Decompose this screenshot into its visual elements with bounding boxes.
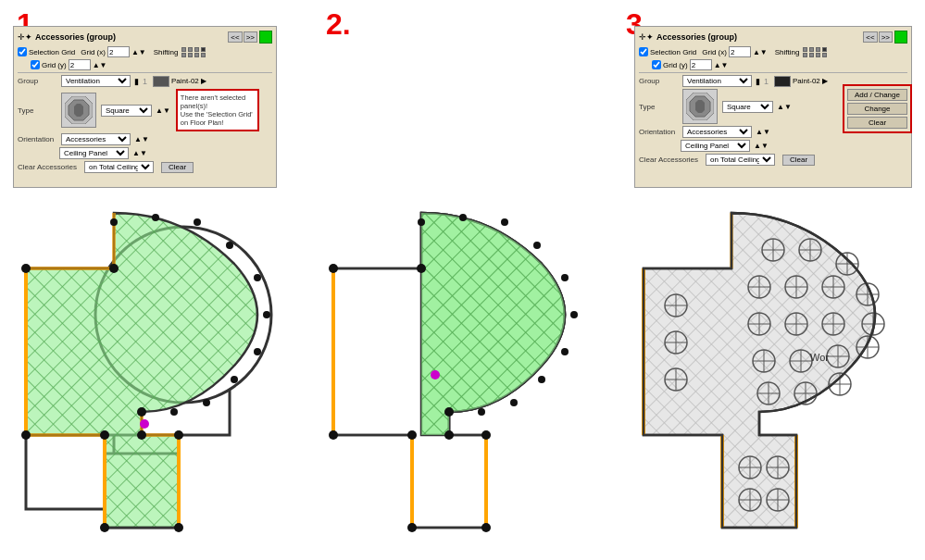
svg-marker-5 <box>695 100 705 113</box>
paint-swatch-3 <box>774 76 791 87</box>
floor-plan-3: Wor <box>625 194 907 546</box>
type-select-3[interactable]: Square <box>722 101 773 113</box>
shifting-pattern-3 <box>803 47 828 57</box>
orientation-select-1[interactable]: Accessories <box>61 133 131 145</box>
clear-label-1: Clear Accessories <box>18 163 82 171</box>
type-label-1: Type <box>18 106 59 115</box>
svg-point-50 <box>501 218 508 226</box>
panel-1-prev[interactable]: << <box>228 31 242 43</box>
ceiling-arrows-3[interactable]: ▲▼ <box>754 142 769 150</box>
svg-point-42 <box>444 407 454 417</box>
svg-point-55 <box>538 376 545 383</box>
panel-1-green-btn[interactable] <box>259 31 272 44</box>
clear-select-3[interactable]: on Total Ceiling <box>706 154 775 166</box>
grid-y-label-3: Grid (y) <box>663 61 688 69</box>
add-change-btn-3[interactable]: Add / Change <box>847 89 907 101</box>
svg-point-21 <box>100 523 109 532</box>
svg-point-28 <box>263 311 270 318</box>
svg-point-29 <box>254 348 261 355</box>
change-btn-3[interactable]: Change <box>847 103 907 115</box>
clear-select-1[interactable]: on Total Ceiling <box>84 161 154 173</box>
svg-point-54 <box>561 348 569 355</box>
panel-3-green-btn[interactable] <box>894 31 907 44</box>
svg-point-17 <box>137 407 146 417</box>
svg-point-14 <box>21 264 31 273</box>
svg-point-47 <box>407 430 417 440</box>
panel-3-sel-checkbox[interactable] <box>639 47 648 56</box>
group-label-3: Group <box>639 77 681 85</box>
clear-btn-1[interactable]: Clear <box>161 162 194 173</box>
grid-y-input-1[interactable] <box>69 59 91 70</box>
panel-1-next[interactable]: >> <box>244 31 257 43</box>
svg-point-19 <box>174 430 183 440</box>
group-select-1[interactable]: Ventilation <box>61 75 131 87</box>
grid-x-arrows-1[interactable]: ▲▼ <box>131 48 146 56</box>
grid-x-input-3[interactable] <box>729 46 751 57</box>
panel-3-next[interactable]: >> <box>879 31 893 43</box>
panel-3-grid-checkbox[interactable] <box>652 60 661 69</box>
step-label-2: 2. <box>326 7 351 42</box>
shifting-label-1: Shifting <box>154 48 179 56</box>
svg-point-43 <box>444 430 454 440</box>
orientation-label-1: Orientation <box>18 135 59 143</box>
grid-y-arrows-1[interactable]: ▲▼ <box>93 61 107 69</box>
type-arrows-1[interactable]: ▲▼ <box>156 106 170 115</box>
grid-x-label-1: Grid (x) <box>81 48 106 56</box>
grid-x-arrows-3[interactable]: ▲▼ <box>753 48 768 56</box>
svg-point-24 <box>152 214 159 221</box>
type-select-1[interactable]: Square <box>101 105 152 117</box>
grid-y-label-1: Grid (y) <box>42 61 67 69</box>
svg-point-31 <box>203 399 210 406</box>
svg-point-58 <box>431 370 440 380</box>
orient-arrows-3[interactable]: ▲▼ <box>756 128 770 136</box>
svg-point-30 <box>231 376 238 383</box>
svg-marker-2 <box>74 104 83 117</box>
panel-1-sel-checkbox[interactable] <box>18 47 27 56</box>
panel-3-title: Accessories (group) <box>656 32 737 42</box>
ceiling-select-1[interactable]: Ceiling Panel <box>59 147 129 159</box>
accessories-icon-1: ✛✦ <box>18 32 32 42</box>
group-label-1: Group <box>18 77 59 85</box>
type-arrows-3[interactable]: ▲▼ <box>777 103 792 111</box>
svg-point-46 <box>407 523 417 532</box>
grid-y-input-3[interactable] <box>690 59 712 70</box>
ceiling-select-3[interactable]: Ceiling Panel <box>681 140 750 152</box>
svg-point-40 <box>329 430 338 440</box>
accessories-icon-3: ✛✦ <box>639 32 654 42</box>
panel-3-prev[interactable]: << <box>863 31 877 43</box>
svg-point-16 <box>109 264 119 273</box>
clear-action-btn-3[interactable]: Clear <box>847 117 907 129</box>
paint-label-3: Paint-02 <box>793 77 820 85</box>
panel-1-grid-checkbox[interactable] <box>31 60 40 69</box>
type-thumbnail-1 <box>61 93 96 128</box>
shifting-label-3: Shifting <box>775 48 800 56</box>
svg-point-44 <box>481 430 491 440</box>
svg-point-22 <box>100 430 109 440</box>
sel-grid-label-3: Selection Grid <box>650 48 696 56</box>
clear-btn-3[interactable]: Clear <box>782 155 815 166</box>
type-label-3: Type <box>639 103 681 111</box>
ceiling-arrows-1[interactable]: ▲▼ <box>132 149 147 157</box>
orient-arrows-1[interactable]: ▲▼ <box>134 135 149 143</box>
panel-1: ✛✦ Accessories (group) << >> Selection G… <box>13 26 277 188</box>
action-box-3: Add / Change Change Clear <box>843 84 912 133</box>
svg-point-15 <box>21 430 31 440</box>
orientation-select-3[interactable]: Accessories <box>682 126 752 138</box>
svg-point-39 <box>329 264 338 273</box>
clear-label-3: Clear Accessories <box>639 156 704 164</box>
svg-point-26 <box>226 242 233 249</box>
paint-arrow-1[interactable]: ▶ <box>201 77 206 85</box>
floor-plan-1 <box>7 194 281 546</box>
grid-y-arrows-3[interactable]: ▲▼ <box>714 61 729 69</box>
svg-text:Wor: Wor <box>810 352 829 363</box>
svg-point-52 <box>561 274 569 281</box>
svg-point-51 <box>533 242 541 249</box>
group-select-3[interactable]: Ventilation <box>682 75 752 87</box>
svg-point-23 <box>110 218 118 226</box>
svg-point-56 <box>510 399 518 406</box>
svg-point-33 <box>140 419 149 429</box>
paint-arrow-3[interactable]: ▶ <box>822 77 828 85</box>
svg-point-32 <box>170 408 178 416</box>
svg-point-41 <box>417 264 426 273</box>
grid-x-input-1[interactable] <box>107 46 130 57</box>
